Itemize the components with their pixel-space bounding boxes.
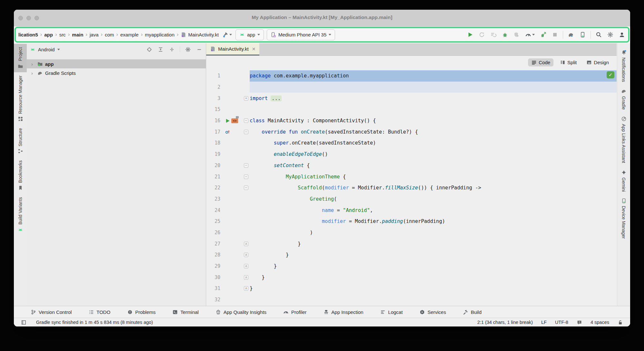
- breadcrumb-item[interactable]: main: [72, 32, 83, 37]
- run-configuration-select[interactable]: app: [235, 29, 264, 40]
- stop-button[interactable]: [551, 31, 559, 38]
- tool-window-button-app-inspection[interactable]: App Inspection: [323, 309, 363, 315]
- expand-chevron-icon[interactable]: ›: [31, 61, 35, 67]
- fold-marker-close-icon[interactable]: ʌ: [244, 286, 248, 291]
- fold-marker-close-icon[interactable]: ʌ: [244, 264, 248, 268]
- code-text[interactable]: [250, 294, 617, 306]
- settings-button[interactable]: [185, 46, 191, 53]
- tool-stripe-tab-project[interactable]: Project: [14, 44, 27, 72]
- tool-stripe-tab-notifications[interactable]: Notifications: [617, 46, 630, 85]
- gutter[interactable]: 27ʌ: [206, 238, 250, 249]
- code-text[interactable]: super.onCreate(savedInstanceState): [250, 137, 617, 149]
- tool-window-button-services[interactable]: Services: [419, 309, 446, 315]
- line-ending-indicator[interactable]: LF: [541, 320, 547, 325]
- fold-marker-open-icon[interactable]: −: [244, 118, 248, 123]
- code-text[interactable]: }: [250, 238, 617, 249]
- applycode-button[interactable]: [490, 31, 497, 38]
- inspection-status-widget[interactable]: ✓: [607, 71, 614, 78]
- tool-stripe-tab-resource-manager[interactable]: Resource Manager: [14, 72, 27, 125]
- tool-window-layout-icon[interactable]: [21, 320, 26, 325]
- gutter[interactable]: 2: [206, 82, 250, 93]
- breadcrumb-item[interactable]: java: [90, 32, 99, 37]
- code-line-21[interactable]: 21− MyApplicationTheme {: [206, 171, 617, 182]
- tool-stripe-tab-structure[interactable]: Structure: [14, 125, 27, 157]
- code-text[interactable]: name = "Android",: [250, 205, 617, 216]
- tool-stripe-tab-gradle[interactable]: Gradle: [617, 85, 630, 113]
- overrides-method-icon[interactable]: [225, 129, 230, 135]
- devicemanager-button[interactable]: [579, 31, 586, 38]
- gutter[interactable]: 15: [206, 104, 250, 115]
- shieldplay-button[interactable]: [513, 31, 520, 38]
- fold-marker-plus-icon[interactable]: +: [244, 96, 248, 101]
- code-line-16[interactable]: 16−<>class MainActivity : ComponentActiv…: [206, 115, 617, 126]
- code-line-23[interactable]: 23 Greeting(: [206, 194, 617, 205]
- breadcrumb-item[interactable]: example: [120, 32, 139, 37]
- project-tree-row-app[interactable]: ›app: [27, 59, 206, 68]
- code-text[interactable]: ): [250, 227, 617, 238]
- gutter[interactable]: 16−<>: [206, 115, 250, 126]
- code-line-15[interactable]: 15: [206, 104, 617, 115]
- gutter[interactable]: 18: [206, 137, 250, 149]
- build-widget-button[interactable]: [222, 31, 233, 38]
- code-text[interactable]: setContent {: [250, 160, 617, 171]
- run-gutter-icon[interactable]: [225, 118, 230, 124]
- code-text[interactable]: Greeting(: [250, 194, 617, 205]
- code-text[interactable]: }: [250, 272, 617, 283]
- code-text[interactable]: }: [250, 249, 617, 261]
- syncgradle-button[interactable]: [567, 31, 575, 38]
- view-mode-design[interactable]: Design: [583, 58, 612, 66]
- indent-indicator[interactable]: 4 spaces: [591, 320, 609, 325]
- gutter[interactable]: 1: [206, 70, 250, 82]
- code-line-32[interactable]: 32: [206, 294, 617, 306]
- code-text[interactable]: }: [250, 261, 617, 272]
- code-line-31[interactable]: 31ʌ}: [206, 283, 617, 294]
- tool-window-button-profiler[interactable]: Profiler: [283, 309, 307, 315]
- code-line-1[interactable]: 1package com.example.myapplication: [206, 70, 617, 82]
- tool-window-button-todo[interactable]: TODO: [89, 309, 111, 315]
- device-select[interactable]: Medium Phone API 35: [267, 29, 335, 40]
- bugattach-button[interactable]: [540, 31, 547, 38]
- gutter[interactable]: 31ʌ: [206, 283, 250, 294]
- gutter[interactable]: 21−: [206, 171, 250, 182]
- code-line-2[interactable]: 2: [206, 82, 617, 93]
- fold-marker-close-icon[interactable]: ʌ: [244, 242, 248, 246]
- gutter[interactable]: 24: [206, 205, 250, 216]
- minimize-button[interactable]: [196, 46, 203, 53]
- code-text[interactable]: [250, 82, 617, 93]
- fold-marker-open-icon[interactable]: −: [244, 186, 248, 190]
- gutter[interactable]: 29ʌ: [206, 261, 250, 272]
- gutter[interactable]: 26: [206, 227, 250, 238]
- compose-preview-icon[interactable]: <>: [231, 118, 238, 123]
- search-button[interactable]: [595, 31, 602, 38]
- settings-button[interactable]: [607, 31, 614, 38]
- tool-stripe-tab-build-variants[interactable]: Build Variants: [14, 194, 27, 236]
- fold-marker-open-icon[interactable]: −: [244, 163, 248, 168]
- tool-stripe-tab-bookmarks[interactable]: Bookmarks: [14, 157, 27, 194]
- gutter[interactable]: 3+: [206, 93, 250, 104]
- tool-window-button-build[interactable]: Build: [463, 309, 481, 315]
- code-line-19[interactable]: 19 enableEdgeToEdge(): [206, 149, 617, 160]
- code-text[interactable]: }: [250, 283, 617, 294]
- account-button[interactable]: [618, 31, 626, 38]
- gutter[interactable]: 17−: [206, 126, 250, 137]
- code-text[interactable]: override fun onCreate(savedInstanceState…: [250, 126, 617, 137]
- code-line-3[interactable]: 3+import ...: [206, 93, 617, 104]
- code-line-20[interactable]: 20− setContent {: [206, 160, 617, 171]
- view-mode-split[interactable]: Split: [557, 58, 580, 66]
- breadcrumb-item[interactable]: MainActivity.kt: [188, 32, 219, 37]
- code-text[interactable]: package com.example.myapplication: [250, 70, 617, 82]
- caret-position-indicator[interactable]: 2:1 (34 chars, 1 line break): [477, 320, 533, 325]
- code-text[interactable]: [250, 104, 617, 115]
- close-icon[interactable]: ✕: [252, 46, 256, 52]
- breadcrumb-item[interactable]: lication5: [18, 32, 38, 37]
- project-tree-row-gradle-scripts[interactable]: ›Gradle Scripts: [27, 68, 206, 77]
- tool-window-button-problems[interactable]: Problems: [127, 309, 156, 315]
- code-text[interactable]: enableEdgeToEdge(): [250, 149, 617, 160]
- code-area[interactable]: 1package com.example.myapplication23+imp…: [206, 70, 617, 305]
- code-text[interactable]: class MainActivity : ComponentActivity()…: [250, 115, 617, 126]
- gutter[interactable]: 25: [206, 216, 250, 227]
- gutter[interactable]: 20−: [206, 160, 250, 171]
- breadcrumb-item[interactable]: src: [59, 32, 66, 37]
- code-line-25[interactable]: 25 modifier = Modifier.padding(innerPadd…: [206, 216, 617, 227]
- tool-stripe-tab-app-links-assistant[interactable]: App Links Assistant: [617, 113, 630, 166]
